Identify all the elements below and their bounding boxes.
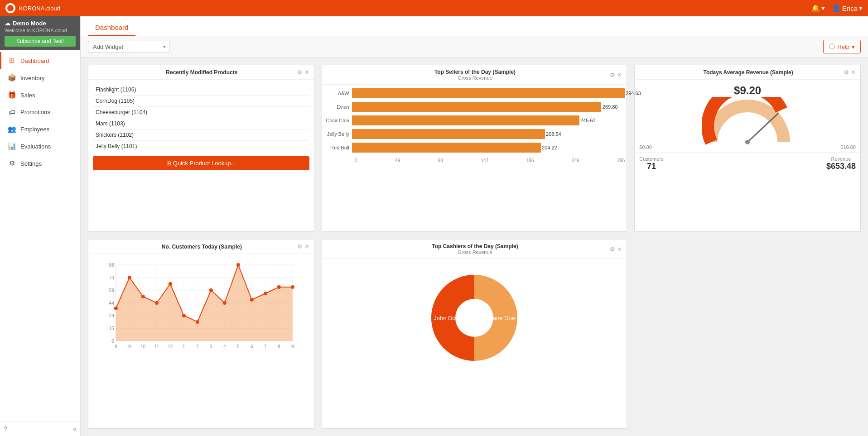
gauge-bottom: Customers 71 Revenue $653.48 xyxy=(635,152,860,173)
svg-text:1: 1 xyxy=(183,344,185,349)
bar-label-redbull: Red Bull xyxy=(324,145,352,150)
widget-top-sellers-body: A&W 294.63 Evian 269.80 xyxy=(322,85,627,167)
tab-dashboard[interactable]: Dashboard xyxy=(88,19,135,36)
widget-recent-products-title: Recently Modified Products xyxy=(106,69,297,76)
evaluations-icon: 📊 xyxy=(8,142,16,150)
widget-close-icon[interactable]: ✕ xyxy=(304,69,309,76)
main-content: Dashboard Add Widget ▾ ⓘ Help ▾ Rec xyxy=(81,16,868,436)
help-button[interactable]: ⓘ Help ▾ xyxy=(823,40,861,53)
revenue-stat: Revenue $653.48 xyxy=(826,156,856,171)
quick-product-lookup-button[interactable]: ⊞ Quick Product Lookup... xyxy=(93,156,309,170)
list-item: Cheeseburger (1104) xyxy=(93,107,309,118)
sales-icon: 🎁 xyxy=(8,91,16,99)
svg-point-32 xyxy=(128,276,131,279)
bar-value-jellybelly: 208.54 xyxy=(546,131,561,137)
top-nav-actions: 🔔 ▾ 👤 Erica ▾ xyxy=(811,4,863,12)
bar-track-evian: 269.80 xyxy=(352,102,625,112)
svg-point-44 xyxy=(291,285,294,289)
widget-customers-today-controls: ⚙ ✕ xyxy=(297,243,309,250)
bar-value-aw: 294.63 xyxy=(626,91,641,96)
widget-settings-icon[interactable]: ⚙ xyxy=(844,69,849,76)
svg-text:John Doe: John Doe xyxy=(434,315,459,321)
svg-text:88: 88 xyxy=(109,263,115,268)
svg-text:9: 9 xyxy=(128,344,131,349)
notifications-button[interactable]: 🔔 ▾ xyxy=(811,4,825,12)
widget-customers-today-body: 88 73 59 44 29 15 0 xyxy=(88,254,314,369)
customers-label: Customers xyxy=(639,156,663,162)
svg-text:6: 6 xyxy=(251,344,253,349)
svg-point-42 xyxy=(264,292,267,295)
svg-text:5: 5 xyxy=(237,344,240,349)
help-circle-icon: ⓘ xyxy=(829,43,835,51)
svg-point-36 xyxy=(182,314,186,317)
add-widget-wrapper: Add Widget ▾ xyxy=(88,41,169,53)
subscribe-button[interactable]: Subscribe and Test! xyxy=(5,36,76,47)
widget-settings-icon[interactable]: ⚙ xyxy=(297,69,303,76)
sidebar-item-sales[interactable]: 🎁 Sales xyxy=(0,86,80,104)
svg-text:4: 4 xyxy=(223,344,226,349)
svg-point-1 xyxy=(745,140,750,144)
widget-settings-icon[interactable]: ⚙ xyxy=(610,72,615,78)
bar-label-jellybelly: Jelly Belly xyxy=(324,131,352,137)
widget-close-icon[interactable]: ✕ xyxy=(617,246,622,253)
sidebar-item-settings[interactable]: ⚙ Settings xyxy=(0,155,80,172)
svg-point-43 xyxy=(277,285,281,289)
sidebar-item-inventory[interactable]: 📦 Inventory xyxy=(0,69,80,86)
widget-settings-icon[interactable]: ⚙ xyxy=(297,243,303,250)
widget-close-icon[interactable]: ✕ xyxy=(617,72,622,78)
sidebar-item-evaluations[interactable]: 📊 Evaluations xyxy=(0,138,80,155)
bar-fill-redbull: 204.22 xyxy=(352,143,541,153)
add-widget-select[interactable]: Add Widget xyxy=(88,41,169,53)
widget-close-icon[interactable]: ✕ xyxy=(851,69,856,76)
bar-fill-aw: 294.63 xyxy=(352,88,625,98)
bar-track-aw: 294.63 xyxy=(352,88,625,98)
svg-text:59: 59 xyxy=(109,288,115,293)
bar-row-cocacola: Coca Cola 245.67 xyxy=(324,115,625,125)
widget-close-icon[interactable]: ✕ xyxy=(304,243,309,250)
svg-text:Jane Doe: Jane Doe xyxy=(490,315,515,321)
list-item: Mars (1103) xyxy=(93,118,309,129)
bar-fill-evian: 269.80 xyxy=(352,102,602,112)
widget-top-cashiers-controls: ⚙ ✕ xyxy=(610,246,622,253)
gauge-min-label: $0.00 xyxy=(639,144,652,150)
svg-text:7: 7 xyxy=(264,344,267,349)
sidebar-item-employees[interactable]: 👥 Employees xyxy=(0,120,80,138)
svg-text:0: 0 xyxy=(111,339,114,344)
customers-stat: Customers 71 xyxy=(639,156,663,171)
widget-recent-products: Recently Modified Products ⚙ ✕ Flashligh… xyxy=(88,65,314,232)
widget-avg-revenue: Todays Average Revenue (Sample) ⚙ ✕ $9.2… xyxy=(634,65,861,232)
svg-point-31 xyxy=(114,307,118,310)
svg-point-39 xyxy=(223,301,227,305)
app-body: ☁ Demo Mode Welcome to KORONA.cloud. Sub… xyxy=(0,16,868,436)
svg-text:73: 73 xyxy=(109,275,115,280)
logo-icon xyxy=(5,3,15,13)
x-axis-label: 49 xyxy=(395,158,400,163)
bar-track-cocacola: 245.67 xyxy=(352,115,625,125)
toolbar: Add Widget ▾ ⓘ Help ▾ xyxy=(81,36,868,57)
gauge-max-label: $10.00 xyxy=(840,144,856,150)
sidebar-label-promotions: Promotions xyxy=(20,109,50,115)
widget-top-cashiers-header: Top Cashiers of the Day (Sample) Gross R… xyxy=(322,240,627,259)
gauge-value: $9.20 xyxy=(635,84,860,97)
gauge-chart xyxy=(702,97,793,147)
widget-recent-products-controls: ⚙ ✕ xyxy=(297,69,309,76)
widget-top-cashiers-body: John Doe Jane Doe xyxy=(322,259,627,372)
user-menu-button[interactable]: 👤 Erica ▾ xyxy=(832,4,863,12)
bar-row-aw: A&W 294.63 xyxy=(324,88,625,98)
logo-area: KORONA.cloud xyxy=(5,3,60,13)
sidebar-label-evaluations: Evaluations xyxy=(20,143,51,150)
sidebar-item-dashboard[interactable]: ⊞ Dashboard xyxy=(0,52,80,69)
sidebar-item-promotions[interactable]: 🏷 Promotions xyxy=(0,104,80,120)
widget-avg-revenue-header: Todays Average Revenue (Sample) ⚙ ✕ xyxy=(635,65,860,80)
sidebar-label-sales: Sales xyxy=(20,92,35,99)
svg-line-0 xyxy=(747,113,778,142)
widget-top-sellers-title: Top Sellers of the Day (Sample) xyxy=(340,69,610,75)
demo-mode-subtitle: Welcome to KORONA.cloud. xyxy=(5,28,76,33)
promotions-icon: 🏷 xyxy=(8,108,16,116)
help-button[interactable]: ? xyxy=(4,425,7,432)
settings-icon: ⚙ xyxy=(8,159,16,168)
x-axis-label: 147 xyxy=(481,158,489,163)
bar-label-evian: Evian xyxy=(324,104,352,110)
widget-settings-icon[interactable]: ⚙ xyxy=(610,246,615,253)
collapse-sidebar-button[interactable]: « xyxy=(73,425,77,432)
